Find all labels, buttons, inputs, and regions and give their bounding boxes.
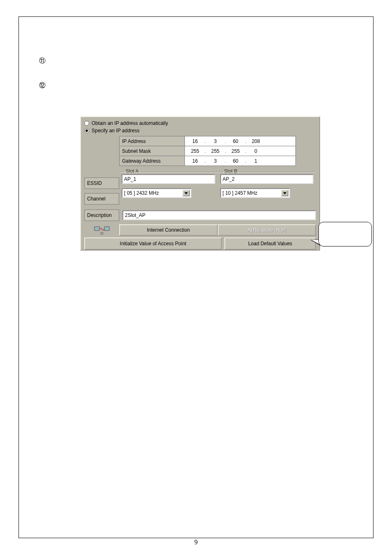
slot-a-group: Slot A AP_1 [ 05 ] 2432 MHz (119, 168, 218, 202)
slot-a-legend: Slot A (124, 168, 140, 174)
marker-12: ⑫ (39, 81, 46, 90)
callout-bubble (318, 222, 372, 246)
subnet-field[interactable]: 255. 255. 255. 0 (184, 146, 295, 156)
radio-specify-label: Specify an IP address (92, 128, 140, 134)
radio-icon (84, 128, 89, 133)
initialize-button[interactable]: Initialize Value of Access Point (84, 237, 222, 250)
ip-oct[interactable]: 255 (228, 148, 243, 154)
slot-b-essid-input[interactable]: AP_2 (220, 174, 314, 184)
radio-auto-label: Obtain an IP address automatically (92, 120, 168, 126)
radio-specify[interactable]: Specify an IP address (84, 127, 316, 134)
subnet-label: Subnet Mask (120, 146, 185, 156)
ip-oct[interactable]: 16 (187, 138, 203, 144)
load-default-button[interactable]: Load Default Values (224, 237, 316, 250)
ip-address-field[interactable]: 16. 3. 60. 208 (184, 136, 295, 146)
radio-icon (84, 121, 89, 126)
svg-point-2 (101, 232, 103, 235)
slot-a-channel-select[interactable]: [ 05 ] 2432 MHz (122, 188, 191, 198)
ip-oct[interactable]: 255 (187, 148, 203, 154)
slot-a-essid-input[interactable]: AP_1 (122, 174, 215, 184)
ip-address-label: IP Address (120, 136, 185, 146)
ip-oct[interactable]: 255 (208, 148, 223, 154)
ip-oct[interactable]: 60 (228, 158, 243, 164)
config-panel: Obtain an IP address automatically Speci… (80, 116, 320, 251)
slot-b-group: Slot B AP_2 [ 10 ] 2457 MHz (218, 168, 316, 202)
network-icon (84, 224, 119, 236)
ip-oct[interactable]: 3 (208, 158, 223, 164)
ip-oct[interactable]: 60 (228, 138, 243, 144)
ip-table: IP Address 16. 3. 60. 208 Subnet Mask 25… (119, 136, 296, 166)
adsl-state-button: ADSL State [Null] (218, 224, 316, 236)
gateway-label: Gateway Address (120, 156, 185, 166)
svg-rect-0 (95, 227, 99, 230)
page-frame (18, 16, 374, 538)
description-input[interactable]: 2Slot_AP (122, 210, 316, 220)
chevron-down-icon[interactable] (182, 190, 190, 196)
essid-row-label: ESSID (84, 177, 119, 189)
ip-oct[interactable]: 208 (248, 138, 264, 144)
slot-b-channel-select[interactable]: [ 10 ] 2457 MHz (220, 188, 290, 198)
svg-rect-1 (104, 227, 109, 230)
page-number: 9 (0, 539, 392, 546)
slot-b-legend: Slot B (223, 168, 239, 174)
ip-oct[interactable]: 16 (187, 158, 203, 164)
slot-a-channel-value: [ 05 ] 2432 MHz (124, 190, 159, 196)
chevron-down-icon[interactable] (281, 190, 288, 196)
slot-b-channel-value: [ 10 ] 2457 MHz (223, 190, 258, 196)
ip-oct[interactable]: 0 (248, 148, 264, 154)
marker-11: ⑪ (39, 57, 46, 65)
internet-connection-button[interactable]: Internet Connection (119, 224, 218, 236)
description-row-label: Description (84, 210, 119, 221)
radio-obtain-auto[interactable]: Obtain an IP address automatically (84, 120, 316, 127)
ip-oct[interactable]: 3 (208, 138, 223, 144)
gateway-field[interactable]: 16. 3. 60. 1 (184, 156, 295, 166)
ip-oct[interactable]: 1 (248, 158, 264, 164)
channel-row-label: Channel (84, 193, 119, 205)
